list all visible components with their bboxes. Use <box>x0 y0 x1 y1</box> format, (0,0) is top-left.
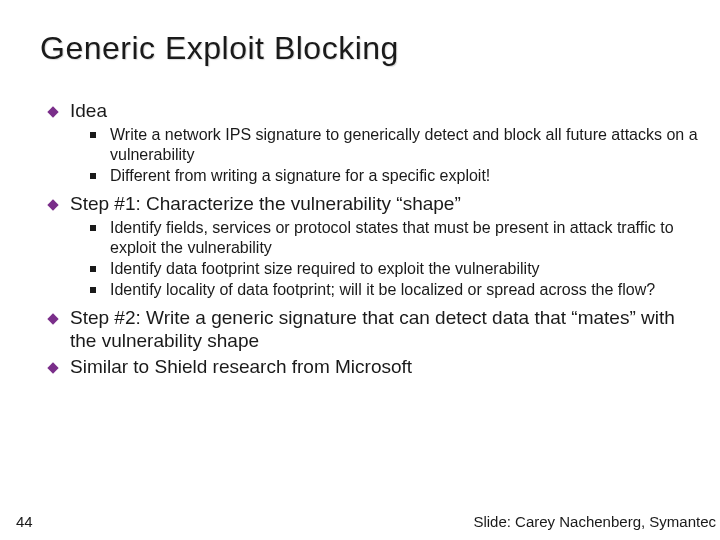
bullet-l2: Write a network IPS signature to generic… <box>90 125 700 165</box>
sub-bullet-text: Identify data footprint size required to… <box>110 259 540 279</box>
bullet-l2: Different from writing a signature for a… <box>90 166 700 186</box>
square-bullet-icon <box>90 132 96 138</box>
bullet-l2: Identify data footprint size required to… <box>90 259 700 279</box>
slide: Generic Exploit Blocking Idea Write a ne… <box>0 0 720 540</box>
square-bullet-icon <box>90 266 96 272</box>
page-number: 44 <box>16 513 33 530</box>
bullet-l1: Idea <box>46 99 700 123</box>
bullet-text: Step #2: Write a generic signature that … <box>70 306 700 354</box>
svg-rect-0 <box>47 106 58 117</box>
svg-rect-2 <box>47 313 58 324</box>
sub-bullet-text: Write a network IPS signature to generic… <box>110 125 700 165</box>
sub-bullet-text: Different from writing a signature for a… <box>110 166 490 186</box>
bullet-text: Step #1: Characterize the vulnerability … <box>70 192 461 216</box>
sub-bullet-text: Identify fields, services or protocol st… <box>110 218 700 258</box>
diamond-bullet-icon <box>46 198 60 212</box>
diamond-bullet-icon <box>46 105 60 119</box>
svg-rect-1 <box>47 199 58 210</box>
square-bullet-icon <box>90 173 96 179</box>
bullet-l1: Similar to Shield research from Microsof… <box>46 355 700 379</box>
svg-rect-3 <box>47 362 58 373</box>
bullet-text: Similar to Shield research from Microsof… <box>70 355 412 379</box>
square-bullet-icon <box>90 287 96 293</box>
sub-bullet-text: Identify locality of data footprint; wil… <box>110 280 655 300</box>
sub-list: Write a network IPS signature to generic… <box>46 125 700 186</box>
diamond-bullet-icon <box>46 361 60 375</box>
bullet-text: Idea <box>70 99 107 123</box>
slide-credit: Slide: Carey Nachenberg, Symantec <box>473 513 716 530</box>
slide-content: Idea Write a network IPS signature to ge… <box>40 99 700 379</box>
bullet-l1: Step #1: Characterize the vulnerability … <box>46 192 700 216</box>
square-bullet-icon <box>90 225 96 231</box>
bullet-l1: Step #2: Write a generic signature that … <box>46 306 700 354</box>
bullet-l2: Identify locality of data footprint; wil… <box>90 280 700 300</box>
bullet-l2: Identify fields, services or protocol st… <box>90 218 700 258</box>
diamond-bullet-icon <box>46 312 60 326</box>
slide-title: Generic Exploit Blocking <box>40 30 700 67</box>
sub-list: Identify fields, services or protocol st… <box>46 218 700 300</box>
